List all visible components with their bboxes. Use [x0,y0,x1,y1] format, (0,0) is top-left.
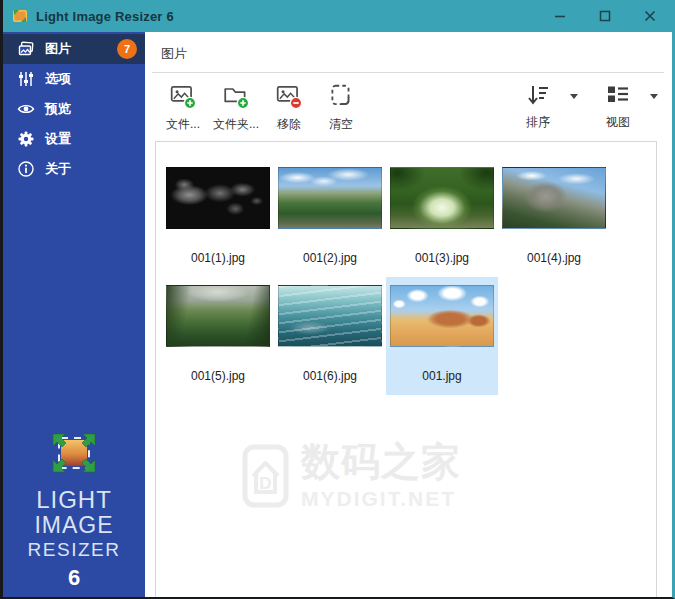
image-list: 001(1).jpg 001(2).jpg 001(3).jpg 001(4).… [155,141,657,599]
toolbar: 文件... 文件夹... [145,73,672,137]
add-files-button[interactable]: 文件... [157,80,209,135]
thumbnail-ocean-waves[interactable] [278,285,382,347]
thumbnail-grid: 001(1).jpg 001(2).jpg 001(3).jpg 001(4).… [156,142,656,395]
main-content: 图片 文件... [145,32,672,599]
sidebar: 图片 7 选项 [3,32,145,599]
chevron-down-icon[interactable] [570,94,578,99]
titlebar: Light Image Resizer 6 [3,0,672,32]
remove-button[interactable]: 移除 [263,80,315,135]
maximize-button[interactable] [582,0,627,32]
minimize-button[interactable] [537,0,582,32]
info-icon [16,159,36,179]
chevron-down-icon[interactable] [650,94,658,99]
clear-button[interactable]: 清空 [315,80,367,135]
app-window: Light Image Resizer 6 [0,0,675,599]
remove-image-icon [275,82,303,114]
thumbnail-mountain-vista[interactable] [278,167,382,229]
logo-text-resizer: RESIZER [28,540,121,559]
sidebar-item-label: 图片 [45,40,71,58]
remove-label: 移除 [277,116,301,133]
window-title: Light Image Resizer 6 [36,9,174,24]
sidebar-item-about[interactable]: 关于 [3,154,145,184]
sidebar-item-options[interactable]: 选项 [3,64,145,94]
add-folder-label: 文件夹... [213,116,259,133]
image-filename: 001(2).jpg [303,251,357,265]
thumbnail-desert[interactable] [390,285,494,347]
window-controls [537,0,672,32]
sidebar-item-images[interactable]: 图片 7 [3,34,145,64]
add-files-label: 文件... [166,116,200,133]
sort-label: 排序 [526,114,550,131]
resizer-logo-icon [49,430,99,480]
logo-text-light: LIGHT [36,488,112,512]
image-cell[interactable]: 001(4).jpg [498,159,610,277]
image-cell[interactable]: 001(1).jpg [162,159,274,277]
sort-dropdown[interactable]: 排序 [512,80,578,133]
clear-selection-icon [327,82,355,114]
app-icon [12,8,28,24]
sidebar-item-label: 选项 [45,70,71,88]
logo-version: 6 [68,565,80,591]
sort-icon [525,82,551,112]
thumbnail-granite-valley[interactable] [502,167,606,229]
image-filename: 001(6).jpg [303,369,357,383]
sidebar-item-settings[interactable]: 设置 [3,124,145,154]
gear-icon [16,129,36,149]
sidebar-item-label: 设置 [45,130,71,148]
image-filename: 001(5).jpg [191,369,245,383]
view-button[interactable]: 视图 [592,80,644,133]
sort-button[interactable]: 排序 [512,80,564,133]
image-filename: 001(1).jpg [191,251,245,265]
sidebar-item-label: 关于 [45,160,71,178]
clear-label: 清空 [329,116,353,133]
sliders-icon [16,69,36,89]
image-cell[interactable]: 001(6).jpg [274,277,386,395]
add-folder-icon [222,82,250,114]
sidebar-item-label: 预览 [45,100,71,118]
add-folder-button[interactable]: 文件夹... [209,80,263,135]
image-cell[interactable]: 001(5).jpg [162,277,274,395]
app-logo: LIGHT IMAGE RESIZER 6 [3,430,145,591]
view-icon [605,82,631,112]
page-title: 图片 [145,32,672,72]
image-cell-selected[interactable]: 001.jpg [386,277,498,395]
thumbnail-tree-avenue[interactable] [390,167,494,229]
logo-text-image: IMAGE [34,514,113,537]
sidebar-item-preview[interactable]: 预览 [3,94,145,124]
eye-icon [16,99,36,119]
thumbnail-green-glen[interactable] [166,285,270,347]
photos-icon [16,39,36,59]
view-label: 视图 [606,114,630,131]
image-filename: 001.jpg [422,369,461,383]
add-file-icon [169,82,197,114]
close-button[interactable] [627,0,672,32]
thumbnail-worldmap[interactable] [166,167,270,229]
image-filename: 001(4).jpg [527,251,581,265]
view-dropdown[interactable]: 视图 [592,80,658,133]
image-cell[interactable]: 001(3).jpg [386,159,498,277]
image-count-badge: 7 [117,39,137,59]
image-filename: 001(3).jpg [415,251,469,265]
image-cell[interactable]: 001(2).jpg [274,159,386,277]
